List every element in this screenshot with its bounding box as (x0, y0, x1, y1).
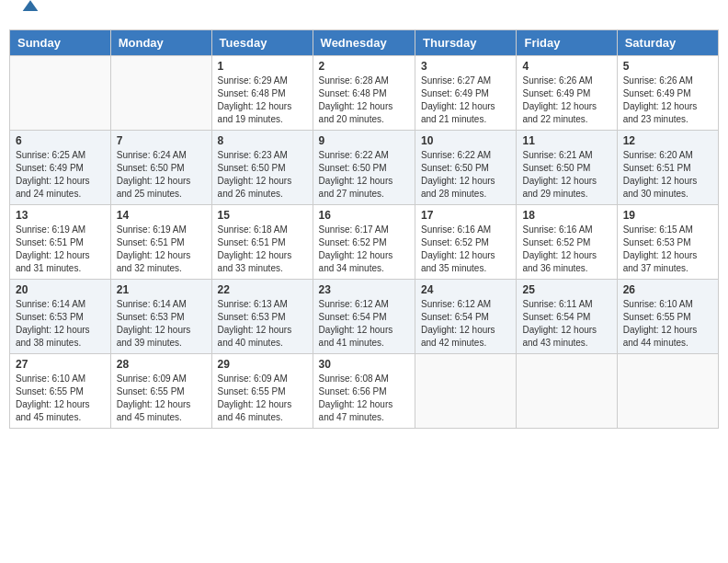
day-info: Sunrise: 6:17 AM Sunset: 6:52 PM Dayligh… (319, 224, 409, 275)
weekday-header-tuesday: Tuesday (211, 30, 313, 56)
day-info: Sunrise: 6:19 AM Sunset: 6:51 PM Dayligh… (117, 224, 206, 275)
day-info: Sunrise: 6:24 AM Sunset: 6:50 PM Dayligh… (117, 149, 206, 201)
day-number: 20 (16, 283, 105, 296)
day-info: Sunrise: 6:16 AM Sunset: 6:52 PM Dayligh… (522, 224, 610, 275)
day-info: Sunrise: 6:27 AM Sunset: 6:49 PM Dayligh… (421, 75, 510, 126)
day-number: 5 (623, 60, 712, 73)
calendar-cell (10, 56, 111, 131)
day-number: 27 (16, 358, 105, 371)
day-number: 22 (218, 283, 307, 296)
calendar-cell: 10Sunrise: 6:22 AM Sunset: 6:50 PM Dayli… (415, 131, 517, 205)
day-info: Sunrise: 6:26 AM Sunset: 6:49 PM Dayligh… (623, 75, 712, 126)
calendar-week-row: 27Sunrise: 6:10 AM Sunset: 6:55 PM Dayli… (10, 354, 719, 429)
day-number: 30 (319, 358, 409, 371)
day-number: 25 (522, 283, 610, 296)
day-number: 13 (16, 209, 105, 222)
day-number: 15 (218, 209, 307, 222)
day-info: Sunrise: 6:15 AM Sunset: 6:53 PM Dayligh… (623, 224, 712, 275)
calendar-table: SundayMondayTuesdayWednesdayThursdayFrid… (9, 29, 719, 429)
calendar-cell: 9Sunrise: 6:22 AM Sunset: 6:50 PM Daylig… (313, 131, 415, 205)
day-number: 2 (319, 60, 409, 73)
day-number: 19 (623, 209, 712, 222)
day-number: 16 (319, 209, 409, 222)
calendar-cell: 22Sunrise: 6:13 AM Sunset: 6:53 PM Dayli… (211, 280, 313, 354)
day-info: Sunrise: 6:20 AM Sunset: 6:51 PM Dayligh… (623, 149, 712, 201)
day-info: Sunrise: 6:18 AM Sunset: 6:51 PM Dayligh… (218, 224, 307, 275)
day-info: Sunrise: 6:13 AM Sunset: 6:53 PM Dayligh… (218, 298, 307, 350)
svg-marker-0 (23, 0, 39, 11)
day-info: Sunrise: 6:11 AM Sunset: 6:54 PM Dayligh… (522, 298, 610, 350)
logo-icon (21, 0, 40, 16)
weekday-header-wednesday: Wednesday (313, 30, 415, 56)
day-info: Sunrise: 6:12 AM Sunset: 6:54 PM Dayligh… (421, 298, 510, 350)
calendar-cell (415, 354, 517, 429)
calendar-header-row: SundayMondayTuesdayWednesdayThursdayFrid… (10, 30, 719, 56)
day-number: 10 (421, 134, 510, 147)
day-number: 14 (117, 209, 206, 222)
calendar-cell: 23Sunrise: 6:12 AM Sunset: 6:54 PM Dayli… (313, 280, 415, 354)
calendar-cell: 14Sunrise: 6:19 AM Sunset: 6:51 PM Dayli… (110, 205, 211, 280)
calendar-cell: 19Sunrise: 6:15 AM Sunset: 6:53 PM Dayli… (617, 205, 718, 280)
calendar-cell: 26Sunrise: 6:10 AM Sunset: 6:55 PM Dayli… (617, 280, 718, 354)
day-number: 21 (117, 283, 206, 296)
calendar-cell: 29Sunrise: 6:09 AM Sunset: 6:55 PM Dayli… (211, 354, 313, 429)
day-number: 26 (623, 283, 712, 296)
calendar-week-row: 20Sunrise: 6:14 AM Sunset: 6:53 PM Dayli… (10, 280, 719, 354)
calendar-cell: 21Sunrise: 6:14 AM Sunset: 6:53 PM Dayli… (110, 280, 211, 354)
calendar-cell: 20Sunrise: 6:14 AM Sunset: 6:53 PM Dayli… (10, 280, 111, 354)
calendar-cell (517, 354, 617, 429)
day-info: Sunrise: 6:14 AM Sunset: 6:53 PM Dayligh… (16, 298, 105, 350)
calendar-cell: 12Sunrise: 6:20 AM Sunset: 6:51 PM Dayli… (617, 131, 718, 205)
day-number: 18 (522, 209, 610, 222)
day-info: Sunrise: 6:28 AM Sunset: 6:48 PM Dayligh… (319, 75, 409, 126)
day-info: Sunrise: 6:08 AM Sunset: 6:56 PM Dayligh… (319, 373, 409, 424)
day-info: Sunrise: 6:10 AM Sunset: 6:55 PM Dayligh… (623, 298, 712, 350)
calendar-cell (110, 56, 211, 131)
day-number: 23 (319, 283, 409, 296)
calendar-cell: 5Sunrise: 6:26 AM Sunset: 6:49 PM Daylig… (617, 56, 718, 131)
day-number: 8 (218, 134, 307, 147)
calendar-cell: 8Sunrise: 6:23 AM Sunset: 6:50 PM Daylig… (211, 131, 313, 205)
page-header (9, 9, 719, 20)
calendar-week-row: 6Sunrise: 6:25 AM Sunset: 6:49 PM Daylig… (10, 131, 719, 205)
day-info: Sunrise: 6:16 AM Sunset: 6:52 PM Dayligh… (421, 224, 510, 275)
calendar-week-row: 13Sunrise: 6:19 AM Sunset: 6:51 PM Dayli… (10, 205, 719, 280)
day-number: 28 (117, 358, 206, 371)
calendar-cell: 11Sunrise: 6:21 AM Sunset: 6:50 PM Dayli… (517, 131, 617, 205)
calendar-cell: 16Sunrise: 6:17 AM Sunset: 6:52 PM Dayli… (313, 205, 415, 280)
calendar-cell: 28Sunrise: 6:09 AM Sunset: 6:55 PM Dayli… (110, 354, 211, 429)
calendar-cell: 15Sunrise: 6:18 AM Sunset: 6:51 PM Dayli… (211, 205, 313, 280)
day-info: Sunrise: 6:21 AM Sunset: 6:50 PM Dayligh… (522, 149, 610, 201)
calendar-cell: 1Sunrise: 6:29 AM Sunset: 6:48 PM Daylig… (211, 56, 313, 131)
day-info: Sunrise: 6:26 AM Sunset: 6:49 PM Dayligh… (522, 75, 610, 126)
day-info: Sunrise: 6:22 AM Sunset: 6:50 PM Dayligh… (319, 149, 409, 201)
day-number: 3 (421, 60, 510, 73)
day-info: Sunrise: 6:22 AM Sunset: 6:50 PM Dayligh… (421, 149, 510, 201)
calendar-cell: 4Sunrise: 6:26 AM Sunset: 6:49 PM Daylig… (517, 56, 617, 131)
calendar-cell: 25Sunrise: 6:11 AM Sunset: 6:54 PM Dayli… (517, 280, 617, 354)
calendar-cell (617, 354, 718, 429)
day-info: Sunrise: 6:25 AM Sunset: 6:49 PM Dayligh… (16, 149, 105, 201)
day-info: Sunrise: 6:23 AM Sunset: 6:50 PM Dayligh… (218, 149, 307, 201)
calendar-week-row: 1Sunrise: 6:29 AM Sunset: 6:48 PM Daylig… (10, 56, 719, 131)
day-number: 1 (218, 60, 307, 73)
day-number: 29 (218, 358, 307, 371)
calendar-cell: 27Sunrise: 6:10 AM Sunset: 6:55 PM Dayli… (10, 354, 111, 429)
logo (18, 14, 40, 16)
weekday-header-sunday: Sunday (10, 30, 111, 56)
day-info: Sunrise: 6:12 AM Sunset: 6:54 PM Dayligh… (319, 298, 409, 350)
calendar-cell: 24Sunrise: 6:12 AM Sunset: 6:54 PM Dayli… (415, 280, 517, 354)
calendar-cell: 7Sunrise: 6:24 AM Sunset: 6:50 PM Daylig… (110, 131, 211, 205)
weekday-header-saturday: Saturday (617, 30, 718, 56)
calendar-cell: 17Sunrise: 6:16 AM Sunset: 6:52 PM Dayli… (415, 205, 517, 280)
day-number: 4 (522, 60, 610, 73)
calendar-cell: 13Sunrise: 6:19 AM Sunset: 6:51 PM Dayli… (10, 205, 111, 280)
day-info: Sunrise: 6:10 AM Sunset: 6:55 PM Dayligh… (16, 373, 105, 424)
day-info: Sunrise: 6:09 AM Sunset: 6:55 PM Dayligh… (117, 373, 206, 424)
calendar-cell: 3Sunrise: 6:27 AM Sunset: 6:49 PM Daylig… (415, 56, 517, 131)
day-info: Sunrise: 6:29 AM Sunset: 6:48 PM Dayligh… (218, 75, 307, 126)
calendar-cell: 2Sunrise: 6:28 AM Sunset: 6:48 PM Daylig… (313, 56, 415, 131)
weekday-header-monday: Monday (110, 30, 211, 56)
weekday-header-friday: Friday (517, 30, 617, 56)
day-number: 9 (319, 134, 409, 147)
